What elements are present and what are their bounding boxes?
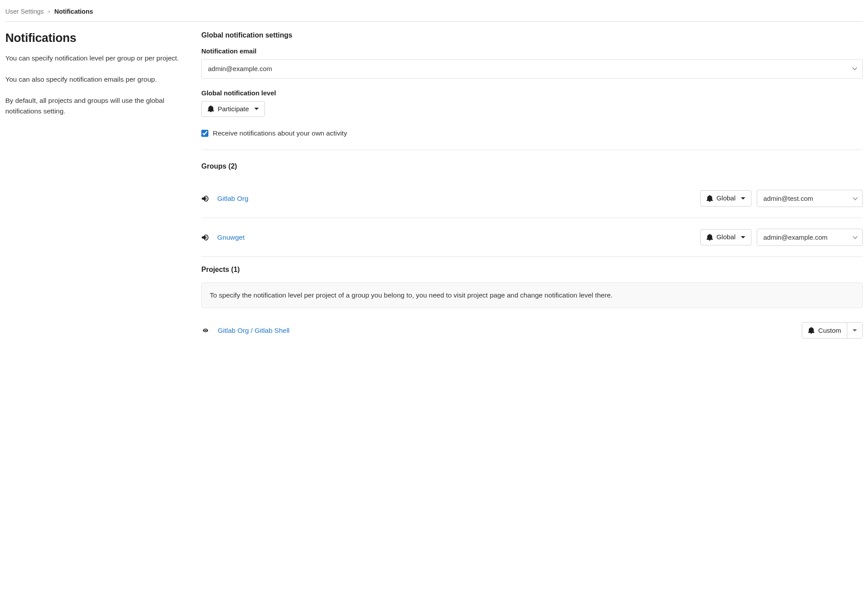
chevron-down-icon (853, 233, 858, 241)
breadcrumb-parent[interactable]: User Settings (5, 8, 44, 15)
global-level-dropdown[interactable]: Participate (201, 101, 265, 117)
projects-heading: Projects (1) (201, 266, 863, 274)
global-level-label: Global notification level (201, 89, 863, 97)
group-level-dropdown[interactable]: Global (700, 190, 751, 207)
page-title: Notifications (5, 31, 191, 45)
group-level-value: Global (717, 233, 736, 241)
group-row: Gitlab Org Global admin@test.com (201, 179, 863, 218)
volume-icon (201, 195, 209, 203)
own-activity-row[interactable]: Receive notifications about your own act… (201, 129, 863, 137)
notification-email-select[interactable]: admin@example.com (201, 59, 863, 79)
groups-heading: Groups (2) (201, 162, 863, 170)
notification-email-value: admin@example.com (208, 65, 272, 72)
breadcrumb-current: Notifications (54, 8, 93, 15)
eye-icon (201, 328, 210, 333)
own-activity-checkbox[interactable] (201, 130, 208, 137)
caret-down-icon (741, 197, 745, 200)
description-para-3: By default, all projects and groups will… (5, 95, 191, 117)
project-level-value: Custom (818, 327, 841, 334)
group-email-dropdown[interactable]: admin@example.com (757, 229, 863, 246)
group-link[interactable]: Gnuwget (217, 233, 245, 241)
caret-down-icon (741, 236, 745, 238)
project-link[interactable]: Gitlab Org / Gitlab Shell (218, 327, 290, 335)
caret-down-icon (254, 108, 259, 110)
project-row: Gitlab Org / Gitlab Shell Custom (201, 322, 863, 339)
group-email-dropdown[interactable]: admin@test.com (757, 190, 863, 207)
project-level-split-dropdown: Custom (802, 322, 863, 339)
bell-icon (808, 327, 815, 334)
project-level-caret-button[interactable] (847, 323, 862, 338)
volume-icon (201, 233, 209, 241)
group-email-value: admin@test.com (763, 195, 813, 202)
global-settings-heading: Global notification settings (201, 31, 863, 39)
divider (201, 150, 863, 150)
bell-icon (706, 234, 713, 241)
caret-down-icon (853, 329, 857, 331)
project-level-button[interactable]: Custom (802, 323, 847, 338)
chevron-down-icon (853, 195, 858, 202)
group-level-value: Global (717, 195, 736, 202)
global-level-value: Participate (218, 105, 249, 113)
group-row: Gnuwget Global admin@example.com (201, 218, 863, 257)
group-email-value: admin@example.com (763, 233, 827, 241)
own-activity-label: Receive notifications about your own act… (213, 129, 347, 137)
notification-email-label: Notification email (201, 47, 863, 55)
chevron-right-icon: › (48, 8, 50, 15)
breadcrumb: User Settings › Notifications (5, 4, 863, 22)
description-para-1: You can specify notification level per g… (5, 53, 191, 64)
group-link[interactable]: Gitlab Org (217, 195, 249, 203)
projects-info-box: To specify the notification level per pr… (201, 282, 863, 308)
group-level-dropdown[interactable]: Global (700, 229, 751, 245)
description-para-2: You can also specify notification emails… (5, 74, 191, 85)
bell-icon (706, 195, 713, 202)
bell-icon (208, 105, 214, 112)
